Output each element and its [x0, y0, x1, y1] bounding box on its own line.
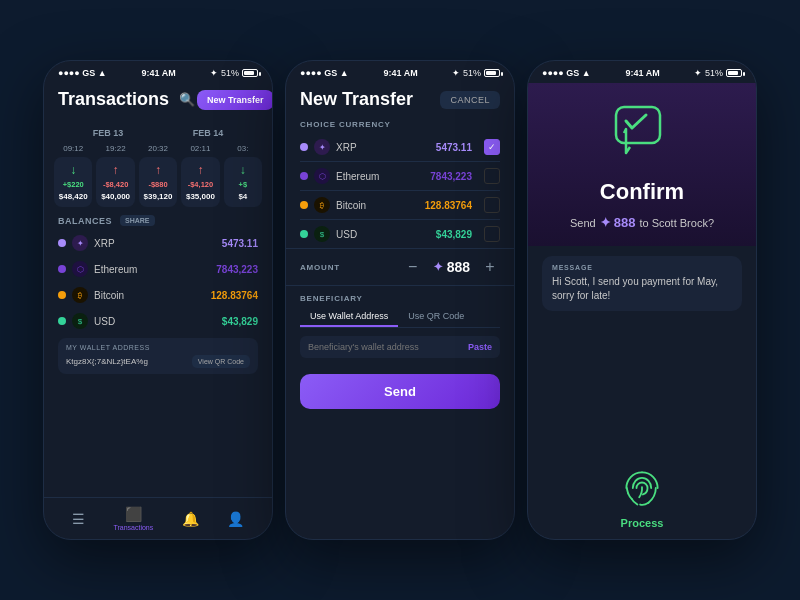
confirm-bottom: MESSAGE Hi Scott, I send you payment for… — [528, 246, 756, 539]
eth-icon-2: ⬡ — [314, 168, 330, 184]
status-bar-2: ●●●● GS ▲ 9:41 AM ✦ 51% — [286, 61, 514, 83]
usd-icon: $ — [72, 313, 88, 329]
new-transfer-title: New Transfer — [300, 89, 413, 110]
usd-checkbox[interactable] — [484, 226, 500, 242]
status-right-3: ✦ 51% — [694, 68, 742, 78]
amount-display: ✦ 888 — [433, 259, 470, 275]
tx-change-0: +$220 — [63, 180, 84, 189]
tx-card-0[interactable]: ↓ +$220 $48,420 — [54, 157, 92, 207]
wallet-addr-row: Ktgz8X{;7&NLz}tEA%g View QR Code — [66, 355, 250, 368]
currency-list: ✦ XRP 5473.11 ✓ ⬡ Ethereum 7843,223 ₿ Bi… — [286, 133, 514, 248]
balance-btc: ₿ Bitcoin 128.83764 — [58, 282, 258, 308]
menu-icon: ☰ — [72, 511, 85, 527]
usd-value: $43,829 — [222, 316, 258, 327]
usd-dot — [58, 317, 66, 325]
paste-button[interactable]: Paste — [468, 342, 492, 352]
nav-notifications[interactable]: 🔔 — [182, 511, 199, 527]
cancel-button[interactable]: CANCEL — [440, 91, 500, 109]
send-button[interactable]: Send — [300, 374, 500, 409]
share-badge[interactable]: SHARE — [120, 215, 155, 226]
status-right-1: ✦ 51% — [210, 68, 258, 78]
btc-dot-2 — [300, 201, 308, 209]
transactions-title: Transactions 🔍 — [58, 89, 197, 110]
usd-dot-2 — [300, 230, 308, 238]
tx-change-4: +$ — [239, 180, 248, 189]
tx-card-1[interactable]: ↑ -$8,420 $40,000 — [96, 157, 134, 207]
beneficiary-label: BENEFICIARY — [300, 294, 500, 307]
tx-card-2[interactable]: ↑ -$880 $39,120 — [139, 157, 177, 207]
svg-rect-0 — [616, 107, 660, 143]
phone-transactions: ●●●● GS ▲ 9:41 AM ✦ 51% Transactions 🔍 N… — [43, 60, 273, 540]
tx-change-2: -$880 — [148, 180, 167, 189]
tx-time-0: 09:12 — [54, 144, 92, 153]
xrp-value: 5473.11 — [222, 238, 258, 249]
search-icon[interactable]: 🔍 — [177, 90, 197, 110]
tx-time-3: 02:11 — [181, 144, 219, 153]
xrp-icon-2: ✦ — [314, 139, 330, 155]
status-left-1: ●●●● GS ▲ — [58, 68, 107, 78]
eth-value: 7843,223 — [216, 264, 258, 275]
confirm-subtitle: Send ✦ 888 to Scott Brock? — [570, 215, 714, 230]
transactions-icon: ⬛ — [125, 506, 142, 522]
tx-time-4: 03: — [224, 144, 262, 153]
eth-icon: ⬡ — [72, 261, 88, 277]
currency-eth[interactable]: ⬡ Ethereum 7843,223 — [300, 162, 500, 191]
status-left-3: ●●●● GS ▲ — [542, 68, 591, 78]
tx-arrow-4: ↓ — [240, 163, 246, 177]
beneficiary-address-input[interactable] — [308, 342, 462, 352]
amount-plus-button[interactable]: + — [480, 257, 500, 277]
tx-arrow-3: ↑ — [197, 163, 203, 177]
tx-amount-3: $35,000 — [186, 192, 215, 201]
phone-new-transfer: ●●●● GS ▲ 9:41 AM ✦ 51% New Transfer CAN… — [285, 60, 515, 540]
transactions-scroll: 09:12 19:22 20:32 02:11 03: ↓ +$220 $48,… — [44, 144, 272, 207]
tab-wallet-address[interactable]: Use Wallet Address — [300, 307, 398, 327]
phone-confirm: ●●●● GS ▲ 9:41 AM ✦ 51% Confirm — [527, 60, 757, 540]
balances-header: BALANCES SHARE — [44, 207, 272, 230]
tab-qr-code[interactable]: Use QR Code — [398, 307, 474, 327]
date-headers: FEB 13 FEB 14 — [44, 118, 272, 144]
btc-checkbox[interactable] — [484, 197, 500, 213]
currency-btc[interactable]: ₿ Bitcoin 128.83764 — [300, 191, 500, 220]
eth-checkbox[interactable] — [484, 168, 500, 184]
phone2-header: New Transfer CANCEL — [286, 83, 514, 118]
confirm-top: Confirm Send ✦ 888 to Scott Brock? — [528, 83, 756, 246]
nav-menu[interactable]: ☰ — [72, 511, 85, 527]
btc-value: 128.83764 — [211, 290, 258, 301]
view-qr-button[interactable]: View QR Code — [192, 355, 250, 368]
battery-3 — [726, 69, 742, 77]
battery-2 — [484, 69, 500, 77]
btc-val-2: 128.83764 — [425, 200, 472, 211]
currency-usd[interactable]: $ USD $43,829 — [300, 220, 500, 248]
status-bar-1: ●●●● GS ▲ 9:41 AM ✦ 51% — [44, 61, 272, 83]
choice-currency-label: CHOICE CURRENCY — [286, 118, 514, 133]
process-button[interactable]: Process — [542, 465, 742, 529]
tx-arrow-2: ↑ — [155, 163, 161, 177]
tx-cards: ↓ +$220 $48,420 ↑ -$8,420 $40,000 ↑ -$88… — [54, 157, 262, 207]
date-feb13: FEB 13 — [58, 122, 158, 140]
tx-change-3: -$4,120 — [188, 180, 213, 189]
tx-card-4[interactable]: ↓ +$ $4 — [224, 157, 262, 207]
eth-dot — [58, 265, 66, 273]
bell-icon: 🔔 — [182, 511, 199, 527]
xrp-icon-confirm: ✦ — [600, 215, 611, 230]
nav-transactions[interactable]: ⬛ Transactions — [113, 506, 153, 531]
status-center-1: 9:41 AM — [141, 68, 175, 78]
xrp-val-2: 5473.11 — [436, 142, 472, 153]
amount-controls: − ✦ 888 + — [403, 257, 500, 277]
balance-list: ✦ XRP 5473.11 ⬡ Ethereum 7843,223 ₿ Bitc… — [44, 230, 272, 334]
currency-xrp[interactable]: ✦ XRP 5473.11 ✓ — [300, 133, 500, 162]
message-box: MESSAGE Hi Scott, I send you payment for… — [542, 256, 742, 311]
status-left-2: ●●●● GS ▲ — [300, 68, 349, 78]
tx-arrow-1: ↑ — [113, 163, 119, 177]
status-center-3: 9:41 AM — [625, 68, 659, 78]
xrp-checkbox[interactable]: ✓ — [484, 139, 500, 155]
tx-amount-2: $39,120 — [144, 192, 173, 201]
btc-dot — [58, 291, 66, 299]
tx-card-3[interactable]: ↑ -$4,120 $35,000 — [181, 157, 219, 207]
new-transfer-button[interactable]: New Transfer — [197, 90, 273, 110]
battery-1 — [242, 69, 258, 77]
nav-profile[interactable]: 👤 — [227, 511, 244, 527]
beneficiary-input-row: Paste — [300, 336, 500, 358]
amount-minus-button[interactable]: − — [403, 257, 423, 277]
confirm-chat-checkmark-icon — [612, 103, 672, 163]
